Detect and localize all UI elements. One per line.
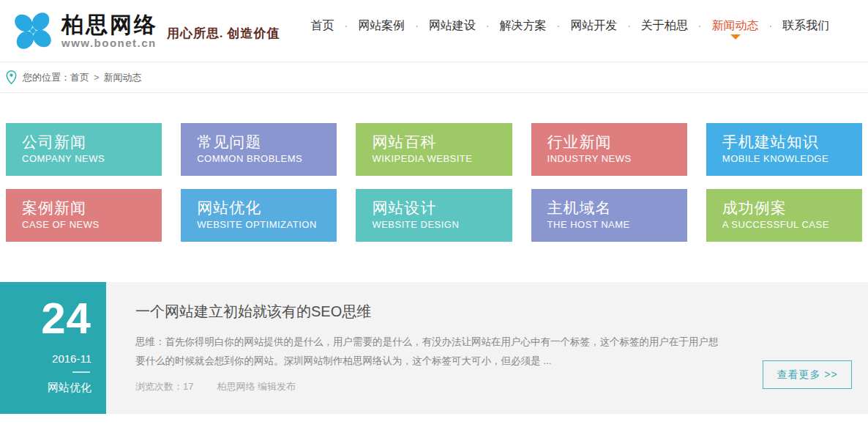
nav-separator-dot: · [769,20,773,31]
category-title: 网站优化 [197,197,329,219]
category-title: 网站百科 [372,131,504,153]
nav-separator-dot: · [486,20,490,31]
breadcrumb-home-link[interactable]: 首页 [70,72,89,83]
category-card-9[interactable]: 成功例案A SUCCESSFUL CASE [706,189,862,242]
slogan: 用心所思. 创造价值 [167,25,280,42]
category-subtitle: COMMON BROBLEMS [197,153,329,164]
category-card-7[interactable]: 网站设计WEBSITE DESIGN [356,189,512,242]
category-card-3[interactable]: 行业新闻INDUSTRY NEWS [531,123,687,176]
news-list-item: 24 2016-11 网站优化 一个网站建立初始就该有的SEO思维 思维：首先你… [0,282,868,414]
logo-company-name: 柏思网络 [61,12,158,37]
news-title-link[interactable]: 一个网站建立初始就该有的SEO思维 [135,302,722,322]
nav-separator-dot: · [557,20,561,31]
category-subtitle: COMPANY NEWS [22,153,154,164]
news-body: 一个网站建立初始就该有的SEO思维 思维：首先你得明白你的网站提供的是什么，用户… [106,282,868,414]
category-subtitle: THE HOST NAME [547,219,680,230]
category-card-6[interactable]: 网站优化WEBSITE OPTIMIZATION [181,189,337,242]
category-title: 行业新闻 [547,131,680,153]
main-nav: 首页·网站案例·网站建设·解决方案·网站开发·关于柏思·新闻动态·联系我们 [311,18,830,34]
category-title: 成功例案 [722,197,855,219]
news-date-block: 24 2016-11 网站优化 [0,282,106,414]
breadcrumb-prefix: 您的位置： [23,72,70,83]
logo-website-url: www.boonet.cn [61,37,158,49]
breadcrumb: 您的位置：首页>新闻动态 [23,71,142,84]
category-card-1[interactable]: 常见问题COMMON BROBLEMS [181,123,337,176]
category-title: 公司新闻 [22,131,154,153]
header: 柏思网络 www.boonet.cn 用心所思. 创造价值 首页·网站案例·网站… [0,0,868,62]
news-source: 柏思网络 编辑发布 [217,381,296,392]
nav-separator-dot: · [698,20,702,31]
category-subtitle: WIKIPEDIA WEBSITE [372,153,504,164]
breadcrumb-bar: 您的位置：首页>新闻动态 [0,62,868,93]
breadcrumb-current: 新闻动态 [104,72,142,83]
news-category-label: 网站优化 [0,381,91,395]
category-subtitle: A SUCCESSFUL CASE [722,219,855,230]
logo-text: 柏思网络 www.boonet.cn [61,12,158,49]
nav-separator-dot: · [627,20,631,31]
category-title: 案例新闻 [22,197,154,219]
category-card-4[interactable]: 手机建站知识MOBILE KNOWLEDGE [706,123,862,176]
active-nav-arrow-icon [730,34,741,40]
category-subtitle: WEBSITE OPTIMIZATION [197,219,329,230]
nav-separator-dot: · [345,20,348,31]
news-meta: 浏览次数：17柏思网络 编辑发布 [135,380,722,393]
logo[interactable]: 柏思网络 www.boonet.cn [0,8,158,53]
view-more-button[interactable]: 查看更多 >> [763,360,852,389]
news-day: 24 [0,297,91,341]
category-subtitle: MOBILE KNOWLEDGE [722,153,855,164]
category-card-5[interactable]: 案例新闻CASE OF NEWS [6,189,162,242]
news-views-count: 浏览次数：17 [135,381,193,392]
category-subtitle: WEBSITE DESIGN [372,219,504,230]
category-card-2[interactable]: 网站百科WIKIPEDIA WEBSITE [356,123,512,176]
nav-item-4[interactable]: 网站开发 [570,18,617,34]
nav-item-0[interactable]: 首页 [311,18,334,34]
category-subtitle: INDUSTRY NEWS [547,153,680,164]
category-title: 主机域名 [547,197,680,219]
location-pin-icon [6,70,17,84]
nav-item-7[interactable]: 联系我们 [782,18,829,34]
category-subtitle: CASE OF NEWS [22,219,154,230]
breadcrumb-separator: > [94,72,100,83]
news-month: 2016-11 [0,352,91,365]
nav-item-6[interactable]: 新闻动态 [712,18,759,34]
category-title: 常见问题 [197,131,329,153]
category-title: 手机建站知识 [722,131,855,153]
nav-item-3[interactable]: 解决方案 [500,18,547,34]
category-title: 网站设计 [372,197,504,219]
flower-logo-icon [10,8,56,53]
news-excerpt: 思维：首先你得明白你的网站提供的是什么，用户需要的是什么，有没办法让网站在用户心… [135,333,722,371]
date-divider [72,371,90,373]
nav-item-2[interactable]: 网站建设 [429,18,476,34]
category-grid: 公司新闻COMPANY NEWS常见问题COMMON BROBLEMS网站百科W… [6,123,862,242]
nav-separator-dot: · [415,20,419,31]
nav-item-5[interactable]: 关于柏思 [641,18,688,34]
category-card-8[interactable]: 主机域名THE HOST NAME [531,189,687,242]
nav-item-1[interactable]: 网站案例 [358,18,405,34]
category-card-0[interactable]: 公司新闻COMPANY NEWS [6,123,162,176]
